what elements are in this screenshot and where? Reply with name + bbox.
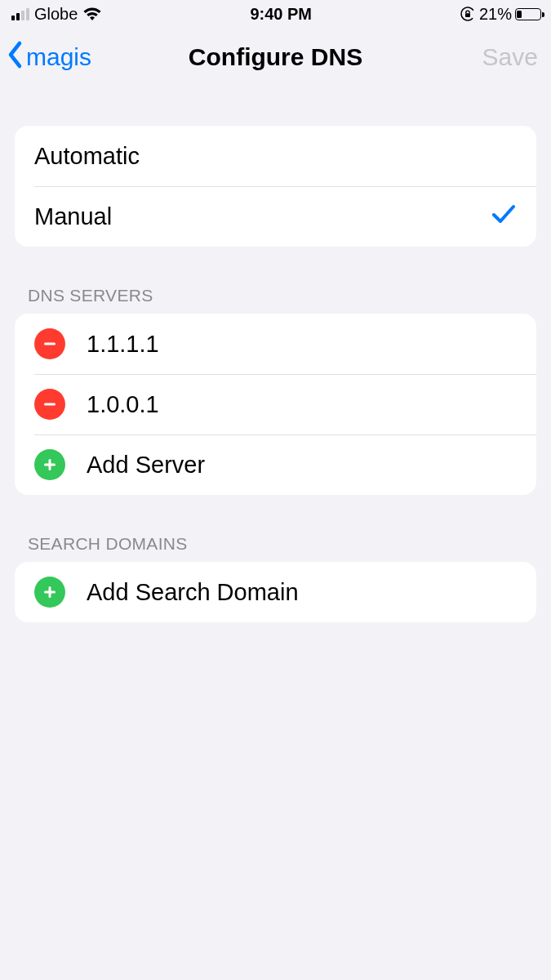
- status-bar: Globe 9:40 PM 21%: [0, 0, 551, 28]
- content-area: Automatic Manual DNS SERVERS 1.1.1.1 1.0…: [0, 87, 551, 622]
- add-server-row[interactable]: Add Server: [15, 434, 536, 495]
- dns-servers-group: 1.1.1.1 1.0.0.1 Add Server: [15, 314, 536, 495]
- search-domains-header: SEARCH DOMAINS: [0, 534, 551, 562]
- battery-percent-label: 21%: [479, 5, 512, 24]
- mode-option-label: Manual: [34, 203, 491, 230]
- svg-rect-7: [49, 586, 51, 598]
- mode-option-automatic[interactable]: Automatic: [15, 126, 536, 186]
- battery-icon: [515, 8, 541, 20]
- cellular-signal-icon: [11, 7, 29, 20]
- dns-server-value: 1.1.1.1: [87, 331, 517, 358]
- dns-server-row[interactable]: 1.1.1.1: [15, 314, 536, 374]
- add-search-domain-label: Add Search Domain: [87, 579, 517, 606]
- add-search-domain-row[interactable]: Add Search Domain: [15, 562, 536, 622]
- status-bar-left: Globe: [11, 5, 102, 24]
- dns-server-row[interactable]: 1.0.0.1: [15, 374, 536, 434]
- delete-icon[interactable]: [34, 389, 65, 420]
- status-bar-time: 9:40 PM: [250, 5, 312, 24]
- search-domains-group: Add Search Domain: [15, 562, 536, 622]
- svg-rect-3: [44, 403, 56, 406]
- delete-icon[interactable]: [34, 328, 65, 359]
- svg-rect-2: [44, 343, 56, 345]
- wifi-icon: [82, 7, 102, 21]
- add-icon: [34, 449, 65, 480]
- dns-servers-header: DNS SERVERS: [0, 286, 551, 314]
- svg-rect-5: [49, 459, 51, 470]
- status-bar-right: 21%: [460, 5, 541, 24]
- dns-server-value: 1.0.0.1: [87, 391, 517, 418]
- checkmark-icon: [491, 202, 517, 232]
- svg-rect-1: [465, 13, 470, 17]
- mode-option-label: Automatic: [34, 143, 517, 170]
- dns-mode-group: Automatic Manual: [15, 126, 536, 247]
- orientation-lock-icon: [460, 6, 476, 22]
- back-button-label: magis: [26, 43, 91, 71]
- save-button[interactable]: Save: [482, 43, 538, 71]
- carrier-label: Globe: [34, 5, 78, 24]
- back-button[interactable]: magis: [7, 40, 91, 75]
- mode-option-manual[interactable]: Manual: [15, 186, 536, 247]
- add-server-label: Add Server: [87, 452, 517, 479]
- navigation-bar: magis Configure DNS Save: [0, 28, 551, 87]
- chevron-left-icon: [7, 40, 24, 75]
- battery-fill: [517, 11, 522, 18]
- add-icon: [34, 577, 65, 608]
